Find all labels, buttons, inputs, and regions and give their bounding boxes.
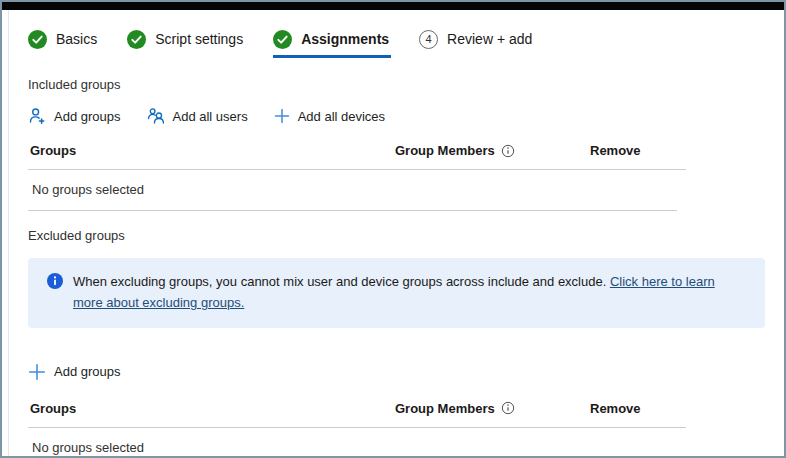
person-add-icon — [28, 107, 46, 125]
column-header-group-members: Group Members — [395, 143, 590, 158]
add-all-devices-button[interactable]: Add all devices — [274, 108, 385, 124]
add-groups-button-excluded[interactable]: Add groups — [28, 363, 121, 381]
completed-check-icon — [273, 30, 292, 49]
wizard-tab-strip: Basics Script settings Assignments 4 Rev… — [28, 27, 764, 51]
plus-icon — [28, 363, 46, 381]
info-icon[interactable] — [501, 401, 515, 415]
table-header-row: Groups Group Members Remove — [28, 135, 686, 170]
add-groups-button[interactable]: Add groups — [28, 107, 121, 125]
info-banner: When excluding groups, you cannot mix us… — [28, 258, 765, 328]
assignments-page: Basics Script settings Assignments 4 Rev… — [2, 10, 784, 456]
tab-basics-label: Basics — [56, 31, 97, 47]
plus-icon — [274, 108, 290, 124]
excluded-groups-toolbar: Add groups — [28, 361, 764, 383]
completed-check-icon — [127, 30, 146, 49]
tab-script-settings-label: Script settings — [155, 31, 243, 47]
add-all-devices-label: Add all devices — [298, 109, 385, 124]
included-groups-heading: Included groups — [28, 77, 764, 92]
column-header-remove: Remove — [590, 401, 686, 416]
info-icon[interactable] — [501, 144, 515, 158]
tab-review-add-label: Review + add — [447, 31, 532, 47]
excluded-groups-table: Groups Group Members Remove No groups se… — [28, 393, 686, 458]
tab-basics[interactable]: Basics — [28, 30, 97, 49]
included-groups-table: Groups Group Members Remove No groups se… — [28, 135, 686, 211]
add-all-users-button[interactable]: Add all users — [147, 107, 248, 125]
add-all-users-label: Add all users — [173, 109, 248, 124]
add-groups-label: Add groups — [54, 364, 121, 379]
column-header-groups: Groups — [30, 143, 395, 158]
excluded-groups-heading: Excluded groups — [28, 228, 764, 243]
column-header-group-members: Group Members — [395, 401, 590, 416]
empty-state-row: No groups selected — [28, 428, 677, 458]
group-members-label: Group Members — [395, 401, 495, 416]
info-filled-icon — [47, 273, 63, 289]
column-header-groups: Groups — [30, 401, 395, 416]
completed-check-icon — [28, 30, 47, 49]
included-groups-toolbar: Add groups Add all users Add all devices — [28, 105, 764, 127]
window-top-bar — [2, 2, 784, 10]
tab-review-add[interactable]: 4 Review + add — [419, 30, 532, 49]
banner-message-text: When excluding groups, you cannot mix us… — [73, 274, 606, 289]
step-number-badge: 4 — [419, 30, 438, 49]
banner-message: When excluding groups, you cannot mix us… — [73, 272, 733, 314]
people-icon — [147, 107, 165, 125]
table-header-row: Groups Group Members Remove — [28, 393, 686, 428]
add-groups-label: Add groups — [54, 109, 121, 124]
group-members-label: Group Members — [395, 143, 495, 158]
column-header-remove: Remove — [590, 143, 686, 158]
tab-assignments[interactable]: Assignments — [273, 30, 389, 49]
empty-state-row: No groups selected — [28, 170, 677, 211]
tab-script-settings[interactable]: Script settings — [127, 30, 243, 49]
tab-assignments-label: Assignments — [301, 31, 389, 47]
